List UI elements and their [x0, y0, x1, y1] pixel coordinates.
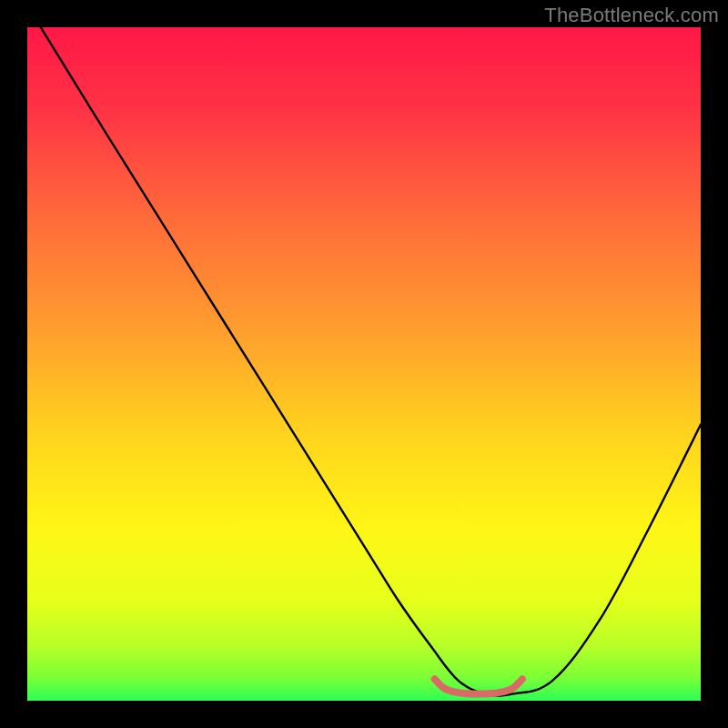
watermark-text: TheBottleneck.com — [544, 4, 719, 27]
gradient-background — [27, 27, 701, 701]
plot-area — [27, 27, 701, 701]
chart-container: TheBottleneck.com — [0, 0, 728, 728]
chart-svg — [27, 27, 701, 701]
